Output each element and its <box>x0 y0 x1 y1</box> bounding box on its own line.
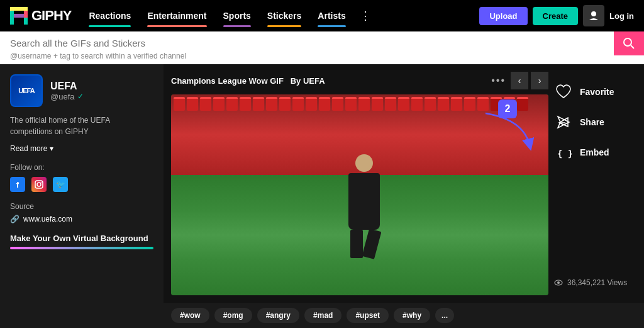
svg-point-9 <box>37 183 41 186</box>
tag-mad[interactable]: #mad <box>304 308 341 323</box>
upload-button[interactable]: Upload <box>479 7 527 25</box>
tag-more[interactable]: ... <box>435 308 454 323</box>
source-label: Source <box>10 202 153 211</box>
seat <box>358 97 370 111</box>
channel-avatar[interactable]: UEFA <box>10 74 43 107</box>
seat <box>306 97 317 111</box>
twitter-icon[interactable]: 🐦 <box>53 177 68 192</box>
seat <box>411 97 423 111</box>
source-link[interactable]: 🔗 www.uefa.com <box>10 215 153 223</box>
svg-point-6 <box>624 38 631 46</box>
gif-title-bar: Champions League Wow GIF By UEFA ••• ‹ › <box>171 72 548 89</box>
verified-badge: ✓ <box>77 92 84 101</box>
gif-panel: Champions League Wow GIF By UEFA ••• ‹ › <box>171 72 548 295</box>
svg-rect-2 <box>10 7 28 11</box>
seat <box>425 97 436 111</box>
channel-description: The official home of the UEFA competitio… <box>10 115 153 137</box>
next-arrow-button[interactable]: › <box>531 72 548 89</box>
follow-section: Follow on: f 🐦 <box>10 163 153 192</box>
header-actions: Upload Create Log in <box>479 5 634 26</box>
gif-title: Champions League Wow GIF By UEFA <box>171 76 325 86</box>
tag-why[interactable]: #why <box>394 308 430 323</box>
person-body <box>348 173 380 230</box>
seat <box>438 97 449 111</box>
seat <box>279 97 291 111</box>
nav-more-icon[interactable]: ⋮ <box>355 5 376 26</box>
svg-rect-3 <box>14 14 24 18</box>
tag-angry[interactable]: #angry <box>257 308 299 323</box>
link-icon: 🔗 <box>10 215 19 223</box>
seat <box>332 97 343 111</box>
person-figure <box>342 154 386 255</box>
logo-text: GIPHY <box>31 8 71 24</box>
follow-label: Follow on: <box>10 163 153 172</box>
share-button[interactable]: Share <box>553 110 636 135</box>
gif-frame[interactable]: 2 <box>171 94 548 295</box>
seat <box>226 97 238 111</box>
channel-name: UEFA <box>50 81 84 92</box>
seat <box>451 97 462 111</box>
login-button[interactable]: Log in <box>609 11 634 21</box>
svg-line-7 <box>631 45 634 48</box>
main-layout: UEFA UEFA @uefa ✓ The official home of t… <box>0 64 644 328</box>
search-icon <box>623 37 635 50</box>
virtual-bg-bar <box>10 247 153 249</box>
nav-entertainment[interactable]: Entertainment <box>140 7 214 25</box>
svg-point-10 <box>41 182 42 183</box>
seat <box>345 97 357 111</box>
seat <box>200 97 211 111</box>
seat <box>292 97 304 111</box>
gif-options-button[interactable]: ••• <box>491 75 506 86</box>
action-panel: Favorite Share <box>548 72 636 295</box>
embed-icon: { } <box>553 142 574 162</box>
nav-artists[interactable]: Artists <box>310 7 353 25</box>
favorite-button[interactable]: Favorite <box>553 79 636 105</box>
seat <box>372 97 383 111</box>
logo[interactable]: GIPHY <box>10 7 71 25</box>
channel-info: UEFA @uefa ✓ <box>50 81 84 101</box>
annotation-arrow <box>473 107 542 157</box>
channel-handle: @uefa ✓ <box>50 92 84 101</box>
profile-button[interactable] <box>583 5 604 26</box>
nav-stickers[interactable]: Stickers <box>260 7 309 25</box>
create-button[interactable]: Create <box>533 7 578 25</box>
embed-button[interactable]: { } Embed <box>553 140 636 165</box>
views-count: 36,345,221 Views <box>553 273 636 288</box>
seat <box>240 97 251 111</box>
instagram-logo <box>35 180 43 189</box>
svg-rect-8 <box>35 181 43 188</box>
social-icons: f 🐦 <box>10 177 153 192</box>
read-more-button[interactable]: Read more ▾ <box>10 144 53 153</box>
search-area: @username + tag to search within a verif… <box>0 31 644 64</box>
seat <box>213 97 225 111</box>
nav-sports[interactable]: Sports <box>216 7 258 25</box>
tags-row: #wow #omg #angry #mad #upset #why ... <box>164 303 644 328</box>
nav-reactions[interactable]: Reactions <box>81 7 138 25</box>
seat <box>187 97 198 111</box>
header: GIPHY Reactions Entertainment Sports Sti… <box>0 0 644 31</box>
person-legs <box>342 230 386 258</box>
seat <box>266 97 277 111</box>
heart-icon <box>553 82 574 102</box>
facebook-icon[interactable]: f <box>10 177 25 192</box>
instagram-icon[interactable] <box>31 177 47 192</box>
seat <box>174 97 185 111</box>
share-icon <box>553 112 574 132</box>
search-button[interactable] <box>614 31 644 55</box>
svg-text:{ }: { } <box>557 149 572 159</box>
person-right-leg <box>362 229 382 259</box>
gif-and-actions: Champions League Wow GIF By UEFA ••• ‹ › <box>164 64 644 303</box>
eye-icon <box>553 278 564 288</box>
tag-upset[interactable]: #upset <box>347 308 389 323</box>
virtual-background-section: Make Your Own Virtual Background <box>10 234 153 249</box>
giphy-logo-icon <box>10 7 28 25</box>
channel-header: UEFA UEFA @uefa ✓ <box>10 74 153 107</box>
search-input[interactable] <box>10 35 613 50</box>
person-left-leg <box>350 230 363 258</box>
person-head <box>355 154 373 172</box>
tag-omg[interactable]: #omg <box>214 308 252 323</box>
prev-arrow-button[interactable]: ‹ <box>511 72 528 89</box>
tag-wow[interactable]: #wow <box>171 308 209 323</box>
svg-rect-4 <box>24 18 28 25</box>
seat <box>319 97 330 111</box>
